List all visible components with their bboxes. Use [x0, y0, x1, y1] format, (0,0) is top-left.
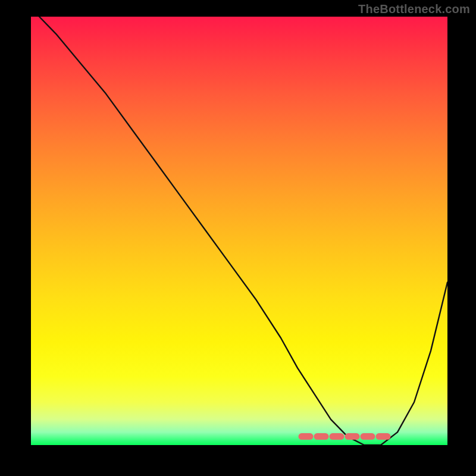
watermark-label: TheBottleneck.com — [358, 2, 470, 16]
bottleneck-curve — [39, 17, 447, 445]
heatmap-gradient-plot — [31, 17, 447, 445]
bottleneck-curve-svg — [31, 17, 447, 445]
